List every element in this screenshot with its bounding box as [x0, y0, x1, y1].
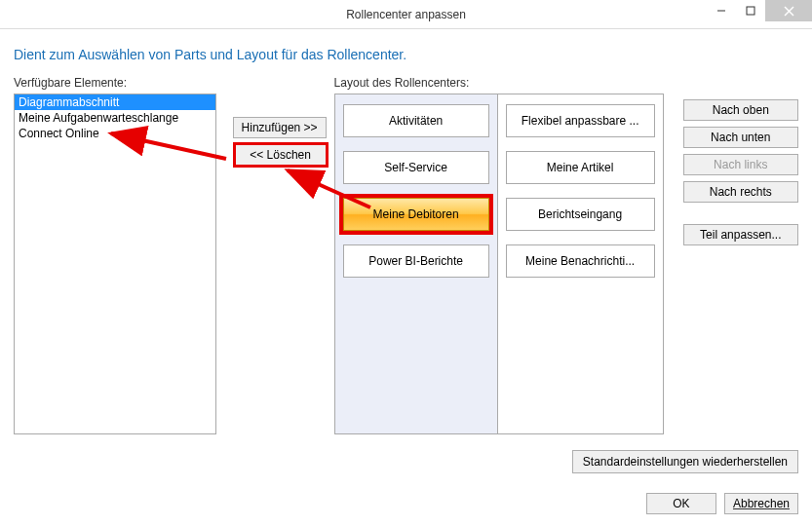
titlebar: Rollencenter anpassen — [0, 0, 812, 29]
add-button[interactable]: Hinzufügen >> — [233, 117, 327, 138]
move-up-button[interactable]: Nach oben — [683, 99, 798, 121]
layout-left-column[interactable]: Aktivitäten Self-Service Meine Debitoren… — [335, 94, 498, 433]
remove-button[interactable]: << Löschen — [235, 144, 327, 166]
move-right-button[interactable]: Nach rechts — [683, 181, 798, 203]
svg-rect-1 — [747, 7, 754, 15]
move-left-button[interactable]: Nach links — [683, 154, 798, 175]
window-controls — [707, 0, 812, 23]
layout-panel: Aktivitäten Self-Service Meine Debitoren… — [334, 94, 664, 434]
dialog-subtitle: Dient zum Auswählen von Parts und Layout… — [14, 47, 798, 62]
available-listbox[interactable]: Diagrammabschnitt Meine Aufgabenwartesch… — [14, 94, 216, 434]
customize-part-button[interactable]: Teil anpassen... — [683, 224, 798, 245]
layout-part[interactable]: Berichtseingang — [506, 198, 655, 231]
layout-part[interactable]: Flexibel anpassbare ... — [506, 104, 655, 137]
layout-part[interactable]: Aktivitäten — [343, 104, 489, 137]
content-area: Dient zum Auswählen von Parts und Layout… — [0, 29, 812, 444]
list-item[interactable]: Meine Aufgabenwarteschlange — [15, 110, 215, 126]
right-buttons-column: Nach oben Nach unten Nach links Nach rec… — [683, 76, 798, 434]
middle-column: Hinzufügen >> << Löschen — [220, 76, 327, 434]
ok-button[interactable]: OK — [646, 493, 716, 514]
restore-defaults-row: Standardeinstellungen wiederherstellen — [572, 450, 798, 473]
maximize-button[interactable] — [736, 0, 765, 21]
layout-part-selected[interactable]: Meine Debitoren — [343, 198, 489, 231]
layout-label: Layout des Rollencenters: — [334, 76, 664, 90]
close-button[interactable] — [765, 0, 812, 21]
list-item[interactable]: Diagrammabschnitt — [15, 94, 215, 110]
layout-column: Layout des Rollencenters: Aktivitäten Se… — [334, 76, 664, 434]
layout-part[interactable]: Power BI-Berichte — [343, 244, 489, 278]
cancel-label: Abbrechen — [733, 497, 790, 510]
layout-right-column[interactable]: Flexibel anpassbare ... Meine Artikel Be… — [498, 94, 663, 433]
work-area: Verfügbare Elemente: Diagrammabschnitt M… — [14, 76, 798, 434]
available-column: Verfügbare Elemente: Diagrammabschnitt M… — [14, 76, 220, 434]
available-label: Verfügbare Elemente: — [14, 76, 220, 90]
layout-part[interactable]: Meine Artikel — [506, 151, 655, 184]
dialog-buttons-row: OK Abbrechen — [646, 493, 798, 514]
restore-defaults-button[interactable]: Standardeinstellungen wiederherstellen — [572, 450, 798, 473]
layout-part[interactable]: Meine Benachrichti... — [506, 244, 655, 278]
minimize-button[interactable] — [707, 0, 736, 21]
cancel-button[interactable]: Abbrechen — [724, 493, 798, 514]
layout-part[interactable]: Self-Service — [343, 151, 489, 184]
move-down-button[interactable]: Nach unten — [683, 127, 798, 148]
list-item[interactable]: Connect Online — [15, 126, 215, 141]
window-title: Rollencenter anpassen — [0, 8, 812, 21]
